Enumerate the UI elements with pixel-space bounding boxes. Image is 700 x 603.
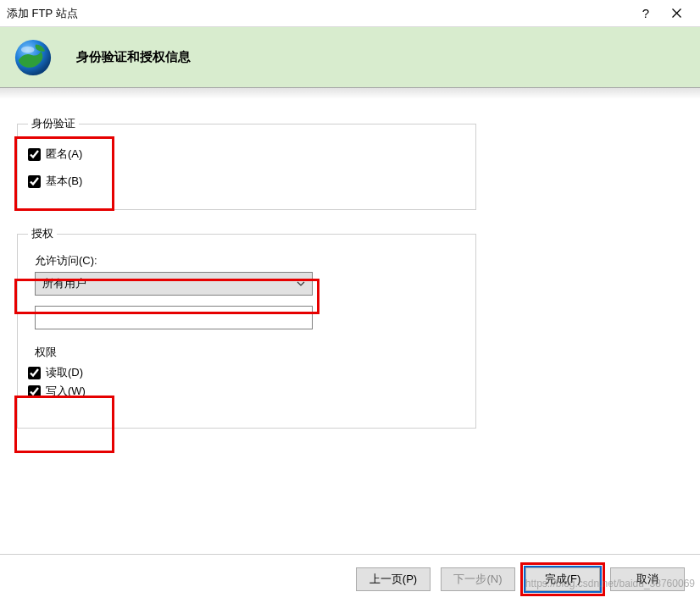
next-button: 下一步(N)	[441, 567, 515, 591]
svg-point-3	[21, 46, 35, 53]
finish-button[interactable]: 完成(F)	[525, 567, 600, 591]
read-label: 读取(D)	[46, 365, 83, 380]
read-checkbox[interactable]	[28, 367, 41, 379]
chevron-down-icon	[297, 281, 305, 286]
basic-label: 基本(B)	[46, 174, 82, 189]
allow-access-select[interactable]: 所有用户	[35, 272, 313, 296]
titlebar: 添加 FTP 站点 ?	[0, 0, 700, 27]
roles-input[interactable]	[35, 306, 313, 329]
authentication-legend: 身份验证	[28, 116, 79, 131]
close-button[interactable]	[661, 1, 692, 26]
permissions-label: 权限	[35, 345, 465, 360]
prev-button[interactable]: 上一页(P)	[356, 567, 431, 591]
help-button[interactable]: ?	[631, 1, 661, 26]
anonymous-checkbox[interactable]	[28, 148, 41, 161]
read-row: 读取(D)	[28, 365, 465, 380]
anonymous-row: 匿名(A)	[28, 147, 465, 162]
window-title: 添加 FTP 站点	[7, 6, 631, 21]
authentication-panel: 身份验证 匿名(A) 基本(B)	[17, 124, 476, 210]
allow-access-label: 允许访问(C):	[35, 253, 465, 268]
dialog-header: 身份验证和授权信息	[0, 27, 700, 88]
highlight-perms	[14, 396, 114, 453]
allow-access-value: 所有用户	[42, 276, 86, 291]
close-icon	[672, 8, 681, 18]
main-content: 身份验证 匿名(A) 基本(B) 授权 允许访问(C): 所有用户 权限 读取(…	[2, 107, 698, 550]
cancel-button[interactable]: 取消	[610, 567, 685, 591]
globe-icon	[12, 36, 54, 79]
write-row: 写入(W)	[28, 384, 465, 399]
authorization-panel: 授权 允许访问(C): 所有用户 权限 读取(D) 写入(W)	[17, 234, 476, 429]
anonymous-label: 匿名(A)	[46, 147, 82, 162]
write-checkbox[interactable]	[28, 385, 41, 398]
authorization-legend: 授权	[28, 226, 57, 241]
write-label: 写入(W)	[46, 384, 86, 399]
dialog-title: 身份验证和授权信息	[76, 49, 191, 65]
basic-checkbox[interactable]	[28, 175, 41, 188]
basic-row: 基本(B)	[28, 174, 465, 189]
button-bar: 上一页(P) 下一步(N) 完成(F) 取消	[0, 554, 700, 603]
